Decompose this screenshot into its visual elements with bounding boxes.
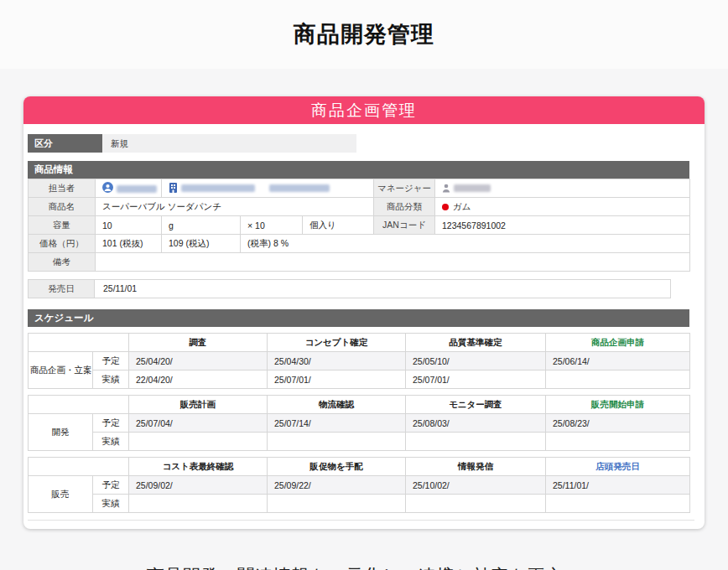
- actual-date: 25/07/01/: [406, 370, 546, 389]
- planned-date: 25/09/22/: [268, 476, 406, 495]
- actual-row: 実績: [29, 495, 690, 513]
- card-bottom-divider: [28, 520, 694, 521]
- classification-row: 区分 新規: [28, 134, 689, 153]
- planned-date: 25/08/03/: [406, 414, 546, 433]
- classification-label: 区分: [28, 134, 102, 153]
- tanto-user-cell[interactable]: [96, 179, 162, 198]
- price-in-tax: 109 (税込): [162, 235, 241, 253]
- capacity-pack: 個入り: [303, 216, 374, 235]
- milestone-header-row: 調査 コンセプト確定 品質基準確定 商品企画申請: [29, 334, 690, 352]
- table-row-tanto: 担当者 マネージャー: [29, 179, 690, 198]
- building-icon: [169, 183, 178, 194]
- planned-date: 25/11/01/: [546, 476, 690, 495]
- planned-date: 25/10/02/: [406, 476, 546, 495]
- actual-date: [406, 433, 546, 451]
- price-label: 価格（円）: [29, 235, 96, 253]
- milestone-header: モニター調査: [406, 396, 546, 414]
- release-date-value: 25/11/01: [95, 279, 671, 298]
- schedule-table-sales: コスト表最終確認 販促物を手配 情報発信 店頭発売日 販売 予定 25/09/0…: [28, 457, 690, 513]
- redacted-org-name: [181, 184, 255, 192]
- jan-value: 1234567891002: [435, 216, 690, 235]
- milestone-header: 販促物を手配: [268, 458, 406, 476]
- actual-date: [129, 495, 268, 513]
- planned-date: 25/04/30/: [268, 352, 406, 370]
- actual-label: 実績: [93, 370, 129, 389]
- plan-label: 予定: [93, 352, 129, 370]
- milestone-header: コンセプト確定: [268, 334, 406, 352]
- actual-date: [546, 370, 690, 389]
- milestone-header-apply: 商品企画申請: [546, 334, 690, 352]
- product-name-value: スーパーバブル ソーダパンチ: [96, 198, 374, 216]
- remarks-value: [96, 253, 690, 272]
- user-icon: [102, 182, 113, 194]
- planned-date: 25/07/14/: [268, 414, 406, 433]
- planned-date: 25/04/20/: [129, 352, 268, 370]
- planned-row: 販売 予定 25/09/02/ 25/09/22/ 25/10/02/ 25/1…: [29, 476, 690, 495]
- schedule-section-bar: スケジュール: [28, 309, 689, 327]
- redacted-group-name: [269, 184, 330, 192]
- spacer-cell: [29, 396, 129, 414]
- actual-label: 実績: [93, 495, 129, 513]
- milestone-header-launch: 店頭発売日: [546, 458, 690, 476]
- actual-row: 実績 22/04/20/ 25/07/01/ 25/07/01/: [29, 370, 690, 389]
- planned-date: 25/09/02/: [129, 476, 268, 495]
- page-header: 商品開発管理: [0, 0, 728, 69]
- manager-value-cell[interactable]: [435, 179, 690, 198]
- tanto-org-cell[interactable]: [162, 179, 374, 198]
- actual-date: [268, 495, 406, 513]
- capacity-qty: 10: [96, 216, 162, 235]
- plan-label: 予定: [93, 414, 129, 433]
- tanto-label: 担当者: [29, 179, 96, 198]
- milestone-header: 物流確認: [268, 396, 406, 414]
- category-label: 商品分類: [374, 198, 435, 216]
- milestone-header-apply: 販売開始申請: [546, 396, 690, 414]
- actual-label: 実績: [93, 433, 129, 451]
- user-small-icon: [442, 184, 450, 194]
- capacity-unit: g: [162, 216, 241, 235]
- group-name: 商品企画・立案: [29, 352, 93, 389]
- table-row-product-name: 商品名 スーパーバブル ソーダパンチ 商品分類 ガム: [29, 198, 690, 216]
- table-row-remarks: 備考: [29, 253, 690, 272]
- classification-value: 新規: [102, 134, 356, 153]
- planned-date: 25/08/23/: [546, 414, 690, 433]
- table-row-capacity: 容量 10 g × 10 個入り JANコード 1234567891002: [29, 216, 690, 235]
- planned-date: 25/06/14/: [546, 352, 690, 370]
- product-info-table: 担当者 マネージャー: [28, 179, 690, 272]
- remarks-label: 備考: [29, 253, 96, 272]
- planned-row: 開発 予定 25/07/04/ 25/07/14/ 25/08/03/ 25/0…: [29, 414, 690, 433]
- actual-date: [406, 495, 546, 513]
- group-name: 販売: [29, 476, 93, 513]
- milestone-header: 販売計画: [129, 396, 268, 414]
- actual-date: [129, 433, 268, 451]
- table-row-price: 価格（円） 101 (税抜) 109 (税込) (税率) 8 %: [29, 235, 690, 253]
- milestone-header-row: コスト表最終確認 販促物を手配 情報発信 店頭発売日: [29, 458, 690, 476]
- planned-date: 25/07/04/: [129, 414, 268, 433]
- spacer-cell: [29, 458, 129, 476]
- actual-row: 実績: [29, 433, 690, 451]
- jan-label: JANコード: [374, 216, 435, 235]
- category-value-cell: ガム: [435, 198, 690, 216]
- milestone-header: 品質基準確定: [406, 334, 546, 352]
- actual-date: [546, 433, 690, 451]
- spacer-cell: [29, 334, 129, 352]
- category-value: ガム: [453, 201, 471, 211]
- product-info-section-bar: 商品情報: [28, 161, 689, 179]
- milestone-header: コスト表最終確認: [129, 458, 268, 476]
- plan-label: 予定: [93, 476, 129, 495]
- record-card: 商品企画管理 区分 新規 商品情報 担当者: [23, 96, 705, 529]
- capacity-label: 容量: [29, 216, 96, 235]
- product-name-label: 商品名: [29, 198, 96, 216]
- actual-date: [546, 495, 690, 513]
- group-name: 開発: [29, 414, 93, 451]
- schedule-table-development: 販売計画 物流確認 モニター調査 販売開始申請 開発 予定 25/07/04/ …: [28, 395, 690, 451]
- page-title: 商品開発管理: [294, 19, 434, 49]
- record-card-title: 商品企画管理: [23, 96, 705, 124]
- milestone-header-row: 販売計画 物流確認 モニター調査 販売開始申請: [29, 396, 690, 414]
- milestone-header: 情報発信: [406, 458, 546, 476]
- red-dot-icon: [442, 204, 449, 210]
- milestone-header: 調査: [129, 334, 268, 352]
- actual-date: 22/04/20/: [129, 370, 268, 389]
- record-card-body: 区分 新規 商品情報 担当者: [23, 124, 705, 529]
- capacity-mult: × 10: [241, 216, 303, 235]
- price-tax-rate: (税率) 8 %: [241, 235, 690, 253]
